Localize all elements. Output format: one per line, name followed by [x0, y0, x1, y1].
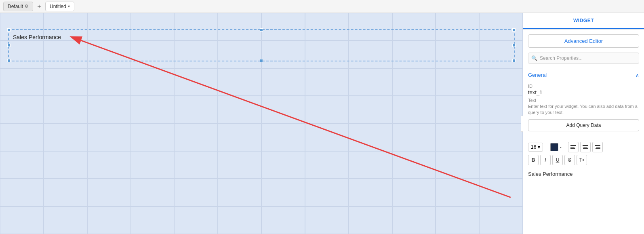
grid-cell — [0, 124, 44, 151]
chevron-up-icon: ∧ — [636, 72, 639, 78]
grid-cell — [436, 179, 479, 206]
panel-tabs: WIDGET — [523, 13, 644, 30]
widget-title-text: Sales Performance — [13, 34, 61, 40]
text-property-description: Enter text for your widget. You can also… — [528, 103, 639, 116]
svg-rect-8 — [583, 148, 588, 149]
grid-cell — [87, 68, 131, 96]
right-panel: WIDGET Advanced Editor 🔍 General ∧ ID te… — [523, 13, 644, 234]
grid-cell — [44, 151, 87, 179]
align-right-button[interactable] — [592, 142, 603, 152]
grid-cell — [436, 151, 479, 179]
italic-button[interactable]: I — [540, 155, 551, 165]
grid-cell — [218, 68, 261, 96]
grid-cell — [479, 96, 523, 123]
grid-cell — [261, 96, 305, 123]
search-properties-input[interactable] — [528, 53, 639, 64]
grid-cell — [131, 96, 175, 123]
grid-cell — [131, 207, 175, 234]
grid-cell — [87, 124, 131, 151]
grid-cell — [44, 179, 87, 206]
grid-cell — [349, 96, 392, 123]
tab-default[interactable]: Default ⚙ — [3, 2, 33, 11]
tab-bar: Default ⚙ + Untitled ▾ — [0, 0, 644, 13]
resize-handle-tl[interactable] — [7, 28, 11, 32]
grid-cell — [479, 124, 523, 151]
grid-cell — [392, 179, 436, 206]
resize-handle-tm[interactable] — [260, 28, 263, 32]
grid-cell — [261, 151, 305, 179]
grid-cell — [0, 96, 44, 123]
underline-button[interactable]: U — [552, 155, 563, 165]
grid-cell — [174, 68, 218, 96]
svg-rect-11 — [596, 148, 600, 149]
grid-cell — [261, 68, 305, 96]
align-center-button[interactable] — [580, 142, 591, 152]
grid-cell — [479, 207, 523, 234]
grid-cell — [131, 151, 175, 179]
grid-cell — [131, 179, 175, 206]
grid-cell — [0, 207, 44, 234]
grid-cell — [392, 151, 436, 179]
tab-untitled[interactable]: Untitled ▾ — [45, 2, 74, 11]
resize-handle-bl[interactable] — [7, 59, 11, 62]
grid-cell — [305, 207, 349, 234]
grid-cell — [218, 96, 261, 123]
font-size-value: 16 — [531, 144, 536, 150]
grid-cell — [0, 179, 44, 206]
grid-cell — [131, 68, 175, 96]
add-query-data-button[interactable]: Add Query Data — [528, 119, 639, 131]
tab-widget[interactable]: WIDGET — [523, 13, 644, 29]
grid-cell — [349, 179, 392, 206]
grid-cell — [218, 179, 261, 206]
strikethrough-button[interactable]: S — [564, 155, 575, 165]
grid-cell — [392, 96, 436, 123]
widget-container[interactable]: Sales Performance — [8, 29, 515, 61]
grid-cell — [131, 124, 175, 151]
svg-rect-4 — [570, 147, 575, 148]
resize-handle-bm[interactable] — [260, 59, 263, 62]
resize-handle-br[interactable] — [512, 59, 516, 62]
grid-cell — [174, 207, 218, 234]
format-row-2: B I U S Tx — [528, 155, 639, 165]
grid-cell — [261, 124, 305, 151]
grid-cell — [392, 124, 436, 151]
property-section: ID text_1 Text Enter text for your widge… — [523, 81, 644, 139]
resize-handle-tr[interactable] — [512, 28, 516, 32]
svg-rect-10 — [596, 147, 600, 148]
add-tab-button[interactable]: + — [35, 2, 44, 11]
tab-untitled-label: Untitled — [50, 4, 66, 9]
grid-cell — [87, 179, 131, 206]
grid-cell — [349, 207, 392, 234]
format-toolbar: 16 ▾ B I U S — [523, 139, 644, 168]
resize-handle-ml[interactable] — [7, 44, 11, 47]
font-size-select[interactable]: 16 ▾ — [528, 143, 543, 152]
format-row-1: 16 ▾ — [528, 142, 639, 152]
align-left-button[interactable] — [568, 142, 579, 152]
grid-cell — [174, 179, 218, 206]
grid-cell — [44, 207, 87, 234]
canvas-area[interactable]: // We'll render grid cells inline Sales … — [0, 13, 523, 234]
grid-cell — [0, 151, 44, 179]
grid-cell — [87, 151, 131, 179]
general-section-header[interactable]: General ∧ — [523, 69, 644, 81]
resize-handle-mr[interactable] — [512, 44, 516, 47]
advanced-editor-button[interactable]: Advanced Editor — [528, 34, 639, 48]
general-section-label: General — [528, 72, 547, 78]
grid-cell — [349, 68, 392, 96]
grid-cell — [87, 207, 131, 234]
grid-cell — [305, 151, 349, 179]
grid-cell — [479, 179, 523, 206]
clear-format-button[interactable]: Tx — [577, 155, 587, 165]
chevron-down-icon: ▾ — [68, 4, 70, 8]
text-color-swatch[interactable] — [550, 143, 558, 151]
grid-cell — [174, 124, 218, 151]
grid-cell — [349, 124, 392, 151]
tab-default-label: Default — [8, 4, 23, 9]
grid-cell — [218, 207, 261, 234]
bold-button[interactable]: B — [528, 155, 539, 165]
grid-cell — [218, 124, 261, 151]
grid-cell — [305, 124, 349, 151]
text-preview-value: Sales Performance — [528, 171, 573, 177]
text-property-label: Text — [528, 98, 639, 103]
collapse-panel-handle[interactable]: › — [521, 116, 523, 132]
